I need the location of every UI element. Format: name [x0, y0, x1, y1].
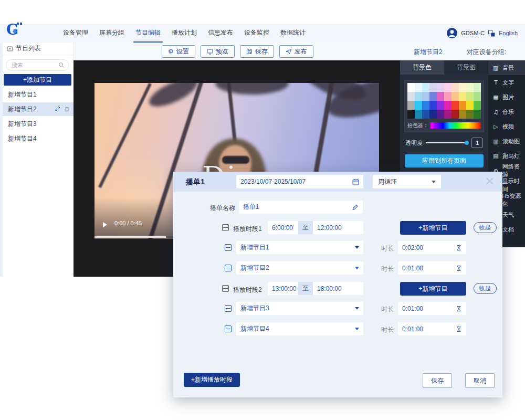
color-swatch[interactable] — [459, 101, 466, 110]
color-swatch[interactable] — [474, 83, 481, 92]
user-avatar[interactable] — [447, 28, 457, 38]
settings-button[interactable]: ⚙ 设置 — [162, 45, 195, 58]
hourglass-icon[interactable] — [456, 245, 462, 251]
color-swatch[interactable] — [407, 83, 415, 92]
cycle-select[interactable]: 周循环 — [373, 175, 441, 188]
color-swatch[interactable] — [474, 101, 481, 110]
color-swatch[interactable] — [429, 101, 437, 110]
add-program-to-section-button[interactable]: +新增节目 — [400, 221, 466, 235]
end-time-input[interactable]: 18:00:00 — [313, 282, 363, 295]
nav-item-device-monitor[interactable]: 设备监控 — [242, 24, 271, 43]
color-swatch[interactable] — [459, 110, 466, 119]
color-swatch[interactable] — [415, 110, 422, 119]
program-list-item[interactable]: 新增节目1 — [3, 88, 74, 101]
modal-save-button[interactable]: 保存 — [423, 373, 452, 388]
duration-input[interactable]: 0:01:00 — [398, 322, 466, 335]
color-swatch[interactable] — [459, 92, 466, 101]
program-select[interactable]: 新增节目3 — [236, 302, 363, 315]
publish-button[interactable]: 发布 — [279, 45, 313, 58]
nav-item-play-plan[interactable]: 播放计划 — [170, 24, 199, 43]
hourglass-icon[interactable] — [456, 265, 462, 271]
opacity-value[interactable]: 1 — [471, 138, 483, 148]
add-program-to-section-button[interactable]: +新增节目 — [400, 282, 466, 296]
color-swatch[interactable] — [437, 110, 444, 119]
collapse-button[interactable]: 收起 — [474, 283, 497, 294]
duration-input[interactable]: 0:02:00 — [398, 241, 466, 254]
language-switcher[interactable]: English — [499, 30, 518, 36]
nav-item-screen-groups[interactable]: 屏幕分组 — [97, 24, 127, 43]
color-swatch[interactable] — [415, 92, 422, 101]
opacity-slider[interactable] — [426, 142, 468, 143]
remove-section-icon[interactable] — [222, 285, 229, 292]
preview-button[interactable]: 预览 — [201, 45, 235, 58]
nav-item-info-publish[interactable]: 信息发布 — [206, 24, 235, 43]
duration-input[interactable]: 0:01:00 — [398, 261, 466, 275]
edit-icon[interactable] — [55, 106, 61, 112]
color-swatch[interactable] — [466, 110, 474, 119]
close-icon[interactable] — [486, 177, 494, 185]
hourglass-icon[interactable] — [456, 306, 462, 312]
color-swatch[interactable] — [437, 101, 444, 110]
add-program-button[interactable]: +添加节目 — [4, 74, 71, 86]
nav-item-data-stats[interactable]: 数据统计 — [278, 24, 308, 43]
remove-program-icon[interactable] — [225, 265, 232, 271]
color-swatch[interactable] — [422, 110, 429, 119]
color-swatch[interactable] — [407, 110, 415, 119]
color-swatch[interactable] — [474, 92, 481, 101]
calendar-icon[interactable] — [352, 178, 359, 185]
color-swatch[interactable] — [444, 101, 452, 110]
program-list-item[interactable]: 新增节目4 — [3, 132, 74, 145]
program-select[interactable]: 新增节目1 — [236, 241, 363, 254]
tab-background-color[interactable]: 背景色 — [400, 60, 444, 75]
color-swatch[interactable] — [466, 101, 474, 110]
tool-marquee[interactable]: ▤ 跑马灯 — [488, 149, 525, 163]
color-swatch[interactable] — [422, 83, 429, 92]
program-list-item[interactable]: 新增节目3 — [3, 117, 74, 131]
color-swatch[interactable] — [437, 92, 444, 101]
start-time-input[interactable]: 6:00:00 — [268, 221, 298, 234]
color-swatch[interactable] — [466, 92, 474, 101]
nav-item-device-management[interactable]: 设备管理 — [61, 24, 90, 43]
program-list-item-selected[interactable]: 新增节目2 — [3, 102, 74, 116]
color-swatch[interactable] — [452, 92, 459, 101]
remove-program-icon[interactable] — [225, 244, 232, 251]
date-range-input[interactable]: 2023/10/07-2025/10/07 — [236, 175, 363, 188]
color-swatch[interactable] — [407, 92, 415, 101]
remove-program-icon[interactable] — [225, 326, 232, 332]
play-icon[interactable] — [103, 222, 107, 227]
color-swatch[interactable] — [429, 110, 437, 119]
color-swatch[interactable] — [444, 110, 452, 119]
tab-background-image[interactable]: 背景图 — [444, 60, 488, 75]
opacity-slider-knob[interactable] — [465, 141, 469, 145]
hue-gradient-bar[interactable] — [430, 122, 481, 129]
tool-scroll-image[interactable]: ▥ 滚动图 — [488, 134, 525, 149]
color-swatch[interactable] — [444, 83, 452, 92]
search-icon[interactable] — [58, 62, 65, 68]
color-swatch[interactable] — [444, 92, 452, 101]
save-button[interactable]: 保存 — [240, 45, 274, 58]
color-swatch[interactable] — [452, 101, 459, 110]
color-swatch[interactable] — [452, 83, 459, 92]
playlist-name-input[interactable]: 播单1 — [239, 201, 363, 214]
color-swatch[interactable] — [422, 92, 429, 101]
apply-to-all-pages-button[interactable]: 应用到所有页面 — [405, 154, 484, 167]
tool-video[interactable]: ▷ 视频 — [488, 119, 525, 134]
remove-section-icon[interactable] — [222, 224, 229, 231]
color-swatch[interactable] — [429, 92, 437, 101]
tool-text[interactable]: T 文字 — [488, 75, 525, 90]
nav-item-program-edit[interactable]: 节目编辑 — [133, 24, 163, 43]
color-swatch[interactable] — [466, 83, 474, 92]
color-swatch[interactable] — [474, 110, 481, 119]
translate-icon[interactable] — [488, 30, 495, 37]
tool-image[interactable]: ▦ 图片 — [488, 90, 525, 104]
remove-program-icon[interactable] — [225, 305, 232, 312]
collapse-button[interactable]: 收起 — [474, 222, 497, 233]
color-swatch[interactable] — [429, 83, 437, 92]
color-swatch[interactable] — [437, 83, 444, 92]
color-swatch[interactable] — [415, 101, 422, 110]
color-swatch[interactable] — [459, 83, 466, 92]
duration-input[interactable]: 0:01:00 — [398, 302, 466, 315]
modal-cancel-button[interactable]: 取消 — [465, 373, 495, 388]
tool-background[interactable]: ▨ 背景 — [488, 60, 525, 75]
tool-music[interactable]: ♫ 音乐 — [488, 104, 525, 119]
